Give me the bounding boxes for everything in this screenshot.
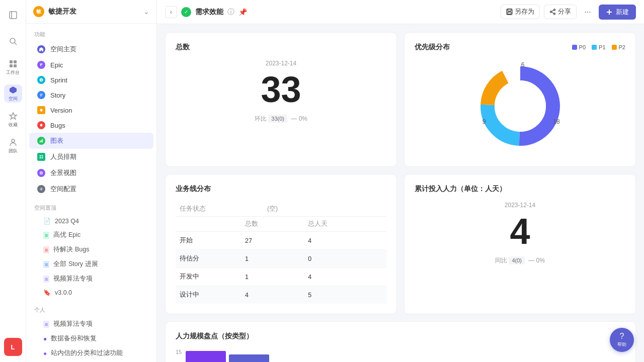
sub-item-2023q4[interactable]: 📄 2023 Q4 [29, 215, 153, 228]
user-avatar[interactable]: L [4, 338, 22, 356]
save-as-button[interactable]: 另存为 [501, 5, 540, 19]
sidebar-item-config[interactable]: 空间配置 [29, 181, 153, 197]
help-icon: ? [620, 332, 624, 341]
plus-icon [606, 9, 613, 16]
workspace-icon[interactable]: 工作台 [4, 58, 22, 76]
col-empty-header: (空) [241, 202, 304, 217]
sidebar-item-chart[interactable]: 图表 [29, 133, 153, 149]
bar-chart-card: 人力规模盘点（按类型） 15 13 [165, 321, 636, 362]
sub-item-story-progress[interactable]: ≡ 全部 Story 进展 [29, 257, 153, 272]
sidebar-item-schedule[interactable]: 人员排期 [29, 149, 153, 165]
space-section-title: 空间置顶 [26, 197, 156, 215]
panorama-dot [37, 169, 45, 177]
sub-item-v300[interactable]: 🔖 v3.0.0 [29, 286, 153, 299]
pin-icon[interactable]: 📌 [238, 8, 247, 16]
sidebar-panorama-label: 全景视图 [50, 168, 76, 177]
legend-p0: P0 [572, 44, 586, 50]
sidebar-item-epic[interactable]: Epic [29, 57, 153, 72]
sidebar-item-home[interactable]: 空间主页 [29, 41, 153, 57]
info-icon[interactable]: ⓘ [227, 8, 234, 17]
topbar: ‹ ✓ 需求效能 ⓘ 📌 另存为 分享 ··· 新建 [157, 0, 644, 24]
row-days-1: 4 [304, 232, 386, 250]
col-status-sub [176, 217, 241, 232]
team-icon[interactable]: 团队 [4, 137, 22, 155]
biz-card-title: 业务线分布 [176, 185, 386, 194]
sprint-dot [37, 76, 45, 84]
sub-item-backup-label: 数据备份和恢复 [51, 334, 97, 343]
row-total-3: 1 [241, 268, 304, 286]
sub-item-high-epic[interactable]: ≡ 高优 Epic [29, 228, 153, 242]
nav-back-button[interactable]: ‹ [165, 6, 177, 18]
epic-dot [37, 61, 45, 69]
svg-rect-5 [14, 60, 17, 63]
sub-item-personal-video[interactable]: ≡ 视频算法专项 [29, 317, 153, 331]
svg-rect-11 [41, 140, 42, 142]
svg-point-33 [495, 80, 546, 132]
svg-rect-15 [40, 157, 41, 158]
more-button[interactable]: ··· [581, 5, 595, 19]
page-title: 需求效能 [195, 8, 223, 17]
sub-item-video[interactable]: ≡ 视频算法专项 [29, 272, 153, 286]
bars-container [186, 351, 625, 362]
space-icon[interactable]: 空间 [4, 84, 22, 103]
row-days-4: 5 [304, 286, 386, 304]
svg-point-9 [40, 124, 43, 127]
doc-icon: 📄 [43, 218, 51, 225]
row-status-3: 开发中 [176, 268, 241, 286]
story-dot [37, 91, 45, 99]
share-label: 分享 [558, 8, 571, 16]
help-button[interactable]: ? 帮助 [610, 328, 634, 352]
search-icon[interactable] [4, 32, 22, 50]
row-days-3: 4 [304, 268, 386, 286]
svg-rect-12 [42, 139, 43, 142]
sidebar-item-sprint[interactable]: Sprint [29, 72, 153, 87]
manpower-compare: 同比 4(0) — 0% [415, 256, 625, 265]
main-content: ‹ ✓ 需求效能 ⓘ 📌 另存为 分享 ··· 新建 总数 [157, 0, 644, 362]
sidebar-expand-icon[interactable]: ⌄ [143, 8, 149, 16]
topbar-left: ‹ ✓ 需求效能 ⓘ 📌 [165, 6, 496, 18]
sidebar: 敏 敏捷开发 ⌄ 功能 空间主页 Epic Sprint Story Versi… [26, 0, 157, 362]
manpower-compare-label: 同比 [495, 257, 507, 264]
table-row: 待估分 1 0 [176, 250, 386, 268]
bar-1 [186, 351, 226, 362]
col-empty-tag: (空) [267, 205, 278, 212]
share-button[interactable]: 分享 [544, 5, 577, 19]
sidebar-sprint-label: Sprint [50, 76, 67, 84]
svg-point-24 [554, 13, 555, 15]
chart-label-6: 6 [521, 61, 524, 68]
row-status-4: 设计中 [176, 286, 241, 304]
p2-label: P2 [619, 44, 625, 50]
bug-mini-icon: ≡ [43, 246, 49, 253]
sidebar-story-label: Story [50, 92, 65, 99]
sub-item-filter[interactable]: ● 站内信的分类和过滤功能 [29, 346, 153, 360]
team-label: 团队 [9, 148, 18, 154]
priority-legend: P0 P1 P2 [572, 44, 625, 50]
sub-item-bugs[interactable]: ≡ 待解决 Bugs [29, 242, 153, 257]
svg-line-3 [15, 43, 17, 45]
sidebar-item-version[interactable]: Version [29, 103, 153, 118]
p1-label: P1 [599, 44, 605, 50]
dashboard: 总数 2023-12-14 33 环比 33(0) — 0% 优先级分布 P0 [157, 24, 644, 362]
p1-dot [592, 45, 597, 50]
version-mini-icon: 🔖 [43, 289, 51, 296]
sidebar-item-bugs[interactable]: Bugs [29, 118, 153, 133]
share-icon [549, 9, 556, 15]
sub-item-v300-label: v3.0.0 [55, 289, 72, 296]
collection-icon[interactable]: 收藏 [4, 111, 22, 129]
config-dot [37, 185, 45, 193]
p2-dot [612, 45, 617, 50]
sidebar-chart-label: 图表 [50, 136, 63, 145]
function-section-title: 功能 [26, 24, 156, 41]
svg-point-19 [41, 189, 42, 190]
col-days: 总人天 [304, 217, 386, 232]
sidebar-header: 敏 敏捷开发 ⌄ [26, 0, 156, 24]
version-icon [37, 106, 45, 114]
svg-rect-16 [42, 157, 43, 158]
sub-item-bugs-label: 待解决 Bugs [53, 245, 89, 254]
sub-item-backup[interactable]: ● 数据备份和恢复 [29, 331, 153, 346]
sidebar-toggle-icon[interactable] [4, 6, 22, 24]
new-button[interactable]: 新建 [599, 5, 636, 20]
legend-p1: P1 [592, 44, 605, 50]
sidebar-item-panorama[interactable]: 全景视图 [29, 165, 153, 181]
sidebar-item-story[interactable]: Story [29, 87, 153, 103]
